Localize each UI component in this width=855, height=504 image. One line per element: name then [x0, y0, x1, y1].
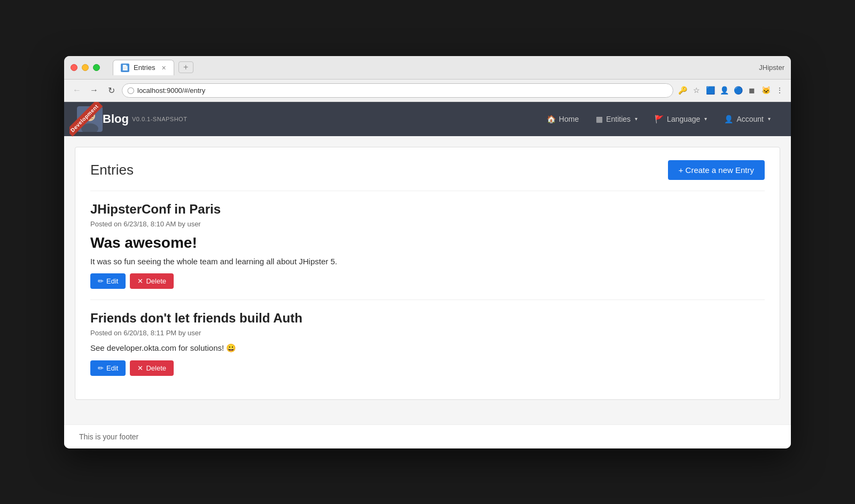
fullscreen-button[interactable] [93, 64, 100, 71]
nav-item-entities[interactable]: ▦ Entities ▾ [588, 111, 645, 128]
reload-button[interactable]: ↻ [105, 84, 118, 97]
pencil-icon: ✏ [98, 364, 104, 372]
lock-icon: ◯ [127, 86, 134, 94]
svg-rect-3 [84, 112, 95, 115]
extension-icon-1[interactable]: 🟦 [705, 85, 715, 95]
nav-language-label: Language [667, 115, 700, 123]
account-caret: ▾ [768, 116, 771, 122]
entry-1-actions: ✏ Edit ✕ Delete [90, 273, 765, 289]
edit-label: Edit [106, 364, 118, 372]
tab-favicon: 📄 [121, 64, 129, 72]
address-bar-row: ← → ↻ ◯ 🔑 ☆ 🟦 👤 🔵 ◼ 🐱 ⋮ [64, 80, 791, 102]
content-card: Entries + Create a new Entry JHipsterCon… [75, 147, 780, 400]
tab-close-button[interactable]: × [161, 64, 166, 72]
svg-point-4 [86, 115, 88, 117]
language-icon: 🚩 [655, 115, 664, 123]
language-caret: ▾ [704, 116, 707, 122]
star-icon[interactable]: ☆ [691, 85, 701, 95]
close-button[interactable] [71, 64, 77, 71]
x-icon: ✕ [137, 364, 143, 372]
new-tab-button[interactable]: + [178, 61, 193, 73]
pencil-icon: ✏ [98, 277, 104, 285]
browser-window: 📄 Entries × + JHipster ← → ↻ ◯ 🔑 ☆ 🟦 👤 🔵… [64, 56, 791, 448]
entry-1-meta: Posted on 6/23/18, 8:10 AM by user [90, 220, 765, 228]
entry-1-title: JHipsterConf in Paris [90, 202, 765, 217]
nav-menu: 🏠 Home ▦ Entities ▾ 🚩 Language ▾ 👤 Accou… [539, 111, 778, 128]
brand-area: Development Blog v0.0.1-SNAPSHOT [77, 106, 187, 132]
entry-2-title: Friends don't let friends build Auth [90, 311, 765, 326]
page-title: Entries [90, 162, 134, 178]
nav-item-home[interactable]: 🏠 Home [539, 111, 586, 128]
extension-icon-3[interactable]: 🔵 [733, 85, 743, 95]
entry-2-actions: ✏ Edit ✕ Delete [90, 360, 765, 376]
content-area: Entries + Create a new Entry JHipsterCon… [64, 136, 791, 424]
create-entry-button[interactable]: + Create a new Entry [668, 160, 765, 180]
entities-caret: ▾ [635, 116, 638, 122]
back-button[interactable]: ← [71, 84, 83, 97]
delete-label: Delete [146, 364, 166, 372]
nav-item-account[interactable]: 👤 Account ▾ [717, 111, 778, 128]
entities-icon: ▦ [596, 115, 603, 123]
nav-entities-label: Entities [606, 115, 631, 123]
entry-1-edit-button[interactable]: ✏ Edit [90, 273, 126, 289]
entry-1-delete-button[interactable]: ✕ Delete [130, 273, 174, 289]
entry-2-delete-button[interactable]: ✕ Delete [130, 360, 174, 376]
minimize-button[interactable] [82, 64, 89, 71]
extension-icon-5[interactable]: 🐱 [761, 85, 771, 95]
extension-icon-4[interactable]: ◼ [747, 85, 757, 95]
app-footer: This is your footer [64, 424, 791, 448]
svg-point-5 [91, 115, 94, 117]
svg-rect-6 [87, 118, 93, 119]
active-tab[interactable]: 📄 Entries × [113, 60, 174, 75]
home-icon: 🏠 [547, 115, 556, 123]
footer-text: This is your footer [79, 432, 138, 441]
entry-2-edit-button[interactable]: ✏ Edit [90, 360, 126, 376]
address-wrapper: ◯ [122, 83, 673, 98]
x-icon: ✕ [137, 277, 143, 285]
browser-user-label: JHipster [759, 64, 784, 72]
brand-avatar [77, 106, 103, 132]
brand-title[interactable]: Blog [103, 112, 129, 126]
account-icon: 👤 [724, 115, 733, 123]
forward-button[interactable]: → [88, 84, 100, 97]
address-input[interactable] [122, 83, 673, 98]
tab-bar: 📄 Entries × + [113, 60, 759, 75]
edit-label: Edit [106, 277, 118, 285]
app-navbar: Development Blog v0.0.1-SNAPSHOT 🏠 Home [64, 102, 791, 136]
tab-title: Entries [134, 64, 155, 72]
browser-icons: 🔑 ☆ 🟦 👤 🔵 ◼ 🐱 ⋮ [678, 85, 784, 95]
extension-icon-2[interactable]: 👤 [719, 85, 729, 95]
entry-1-headline: Was awesome! [90, 234, 765, 251]
nav-item-language[interactable]: 🚩 Language ▾ [647, 111, 714, 128]
entry-item: JHipsterConf in Paris Posted on 6/23/18,… [90, 191, 765, 300]
brand-version: v0.0.1-SNAPSHOT [132, 116, 187, 122]
page-header: Entries + Create a new Entry [90, 160, 765, 180]
entry-1-body: It was so fun seeing the whole team and … [90, 257, 765, 266]
key-icon[interactable]: 🔑 [678, 85, 687, 95]
menu-icon[interactable]: ⋮ [775, 85, 784, 95]
entry-2-meta: Posted on 6/20/18, 8:11 PM by user [90, 329, 765, 337]
traffic-lights [71, 64, 100, 71]
entry-2-body: See developer.okta.com for solutions! 😀 [90, 343, 765, 353]
title-bar: 📄 Entries × + JHipster [64, 56, 791, 80]
nav-home-label: Home [559, 115, 579, 123]
nav-account-label: Account [736, 115, 764, 123]
entry-item: Friends don't let friends build Auth Pos… [90, 300, 765, 387]
delete-label: Delete [146, 277, 166, 285]
